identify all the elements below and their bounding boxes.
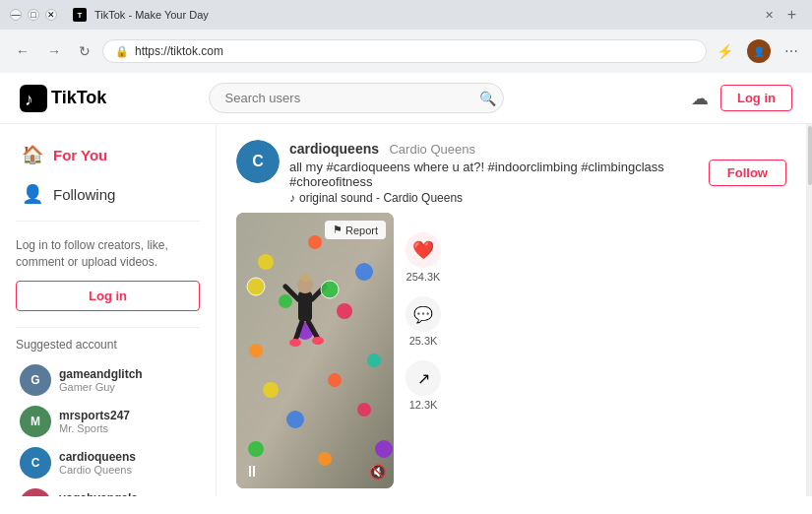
- svg-point-4: [308, 235, 322, 249]
- video-player-cardioqueens: ⚑ Report ⏸ 🔇: [236, 213, 394, 488]
- comment-icon: 💬: [406, 296, 441, 332]
- feed-username-cardioqueens: cardioqueens: [289, 141, 379, 157]
- suggested-account-gameandglitch[interactable]: G gameandglitch Gamer Guy: [16, 359, 200, 401]
- tiktok-logo: ♪ TikTok: [20, 85, 106, 112]
- sidebar-login-button[interactable]: Log in: [16, 281, 200, 311]
- extensions-button[interactable]: ⚡: [713, 39, 737, 63]
- mute-button[interactable]: 🔇: [369, 464, 386, 480]
- menu-button[interactable]: ⋯: [781, 39, 802, 63]
- upload-icon: ☁: [691, 89, 709, 108]
- browser-chrome: — □ ✕ T TikTok - Make Your Day ✕ + ← → ↻…: [0, 0, 812, 73]
- sidebar-item-following[interactable]: 👤 Following: [16, 175, 200, 213]
- feed-item-header: C cardioqueens Cardio Queens all my #car…: [236, 140, 786, 205]
- scrollbar[interactable]: [806, 124, 812, 496]
- reload-button[interactable]: ↻: [73, 39, 96, 63]
- follow-button-cardioqueens[interactable]: Follow: [709, 160, 786, 186]
- tab-favicon-icon: T: [73, 8, 87, 22]
- svg-point-6: [279, 294, 292, 308]
- account-avatar-yogabyangela: Y: [20, 488, 51, 496]
- video-action-buttons: ❤️ 254.3K 💬 25.3K ↗: [406, 213, 441, 488]
- profile-button[interactable]: 👤: [743, 35, 775, 67]
- minimize-icon[interactable]: —: [10, 9, 22, 21]
- svg-point-27: [247, 278, 265, 295]
- close-icon[interactable]: ✕: [45, 9, 57, 21]
- svg-point-7: [337, 303, 352, 319]
- url-text: https://tiktok.com: [135, 44, 223, 58]
- tab-close-btn[interactable]: ✕: [765, 9, 774, 22]
- nav-actions: ⚡ 👤 ⋯: [713, 35, 802, 67]
- maximize-icon[interactable]: □: [28, 9, 39, 21]
- climbing-wall-svg: [236, 213, 394, 488]
- share-button[interactable]: ↗ 12.3K: [406, 360, 441, 411]
- sidebar-divider-2: [16, 327, 200, 328]
- svg-point-15: [248, 441, 264, 457]
- forward-button[interactable]: →: [41, 39, 67, 63]
- feed-displayname-cardioqueens: Cardio Queens: [389, 142, 474, 157]
- report-badge[interactable]: ⚑ Report: [325, 221, 386, 239]
- svg-point-17: [375, 440, 393, 458]
- svg-point-26: [312, 337, 324, 345]
- profile-avatar: 👤: [747, 39, 771, 63]
- app-container: ♪ TikTok 🔍 ☁ Log in 🏠 For You 👤 Followin…: [0, 73, 812, 496]
- suggested-account-cardioqueens[interactable]: C cardioqueens Cardio Queens: [16, 442, 200, 483]
- following-icon: 👤: [22, 183, 43, 205]
- svg-point-12: [328, 373, 342, 387]
- tab-bar: — □ ✕ T TikTok - Make Your Day ✕ +: [0, 0, 812, 30]
- account-handle-mrsports247: Mr. Sports: [59, 422, 130, 434]
- account-name-mrsports247: mrsports247: [59, 409, 130, 422]
- scrollbar-thumb: [808, 126, 812, 185]
- back-button[interactable]: ←: [10, 39, 35, 63]
- svg-point-10: [367, 353, 381, 367]
- sidebar: 🏠 For You 👤 Following Log in to follow c…: [0, 124, 217, 496]
- window-controls: — □ ✕: [10, 9, 57, 21]
- svg-point-14: [357, 403, 371, 417]
- tab-title: TikTok - Make Your Day: [94, 9, 209, 21]
- svg-point-5: [355, 263, 373, 281]
- svg-rect-18: [298, 291, 312, 321]
- sidebar-divider: [16, 221, 200, 222]
- sidebar-item-for-you[interactable]: 🏠 For You: [16, 136, 200, 173]
- new-tab-btn[interactable]: +: [781, 6, 802, 24]
- svg-point-3: [258, 254, 274, 270]
- feed-avatar-img-cardioqueens: C: [236, 140, 280, 183]
- for-you-label: For You: [53, 147, 107, 163]
- feed-item-cardioqueens: C cardioqueens Cardio Queens all my #car…: [217, 124, 806, 496]
- svg-text:♪: ♪: [25, 90, 33, 109]
- heart-icon: ❤️: [406, 232, 441, 268]
- upload-button[interactable]: ☁: [691, 88, 709, 109]
- search-bar: 🔍: [209, 83, 504, 113]
- like-button[interactable]: ❤️ 254.3K: [406, 232, 441, 283]
- address-bar[interactable]: 🔒 https://tiktok.com: [102, 39, 707, 63]
- comment-count: 25.3K: [409, 335, 438, 347]
- music-note-icon: ♪: [289, 191, 295, 205]
- suggested-account-mrsports247[interactable]: M mrsports247 Mr. Sports: [16, 401, 200, 442]
- sidebar-login-prompt: Log in to follow creators, like, comment…: [16, 237, 200, 271]
- tiktok-logo-icon: ♪: [20, 85, 47, 112]
- report-label: Report: [345, 225, 378, 236]
- video-area-cardioqueens: ⚑ Report ⏸ 🔇 ❤️: [236, 213, 786, 488]
- search-input[interactable]: [209, 83, 504, 113]
- svg-point-25: [289, 339, 301, 347]
- account-avatar-cardioqueens: C: [20, 447, 51, 479]
- account-avatar-mrsports247: M: [20, 406, 51, 437]
- following-label: Following: [53, 186, 115, 203]
- account-handle-cardioqueens: Cardio Queens: [59, 464, 136, 476]
- suggested-account-yogabyangela[interactable]: Y yogabyangela Angela Ramos: [16, 483, 200, 496]
- account-name-cardioqueens: cardioqueens: [59, 450, 136, 464]
- main-layout: 🏠 For You 👤 Following Log in to follow c…: [0, 124, 812, 496]
- navigation-bar: ← → ↻ 🔒 https://tiktok.com ⚡ 👤 ⋯: [0, 30, 812, 73]
- browser-favicon: T: [73, 8, 87, 22]
- account-name-yogabyangela: yogabyangela: [59, 491, 138, 496]
- comment-button[interactable]: 💬 25.3K: [406, 296, 441, 347]
- pause-button[interactable]: ⏸: [244, 463, 260, 481]
- lock-icon: 🔒: [115, 45, 129, 58]
- account-avatar-gameandglitch: G: [20, 364, 51, 396]
- feed-sound-cardioqueens: ♪ original sound - Cardio Queens: [289, 191, 699, 205]
- tiktok-logo-text: TikTok: [51, 88, 106, 108]
- login-header-button[interactable]: Log in: [720, 85, 792, 111]
- search-button[interactable]: 🔍: [479, 91, 496, 106]
- feed: C cardioqueens Cardio Queens all my #car…: [217, 124, 806, 496]
- sidebar-login-box: Log in to follow creators, like, comment…: [16, 229, 200, 319]
- flag-icon: ⚑: [333, 224, 343, 236]
- header-actions: ☁ Log in: [691, 85, 792, 111]
